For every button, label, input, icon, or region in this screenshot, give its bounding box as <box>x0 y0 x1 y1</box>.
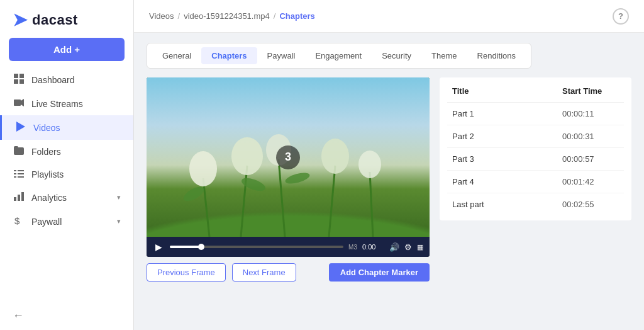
tab-theme[interactable]: Theme <box>421 47 467 64</box>
sidebar-item-label: Analytics <box>31 193 67 203</box>
progress-track[interactable] <box>170 246 343 248</box>
col-header-time: Start Time <box>562 86 619 96</box>
sidebar-item-live-streams[interactable]: Live Streams <box>0 92 133 115</box>
sidebar-item-dashboard[interactable]: Dashboard <box>0 67 133 92</box>
main-content: Videos / video-1591224351.mp4 / Chapters… <box>134 0 644 330</box>
chapters-table-header: Title Start Time <box>447 82 624 103</box>
tab-chapters[interactable]: Chapters <box>201 47 257 64</box>
sidebar-item-label: Dashboard <box>31 75 75 85</box>
sidebar-item-label: Playlists <box>31 169 64 179</box>
sidebar-item-label: Paywall <box>31 217 62 227</box>
breadcrumb-sep-1: / <box>178 11 180 21</box>
svg-rect-1 <box>19 74 24 78</box>
camera-icon <box>13 98 25 109</box>
progress-fill <box>170 246 201 248</box>
table-row: Part 4 00:01:42 <box>447 171 624 193</box>
add-chapter-marker-button[interactable]: Add Chapter Marker <box>329 263 430 282</box>
svg-text:$: $ <box>14 215 20 225</box>
svg-rect-14 <box>18 195 20 201</box>
tabs-bar: General Chapters Paywall Engagement Secu… <box>147 43 531 69</box>
sidebar-item-analytics[interactable]: Analytics ▾ <box>0 186 133 209</box>
breadcrumb-filename[interactable]: video-1591224351.mp4 <box>184 11 270 21</box>
folder-icon <box>13 146 25 157</box>
list-icon <box>13 169 25 179</box>
chapter-title: Part 4 <box>452 177 562 186</box>
sidebar-item-label: Videos <box>33 123 60 133</box>
logo-text: dacast <box>32 12 78 28</box>
table-row: Part 3 00:00:57 <box>447 148 624 171</box>
svg-rect-4 <box>14 100 21 106</box>
bar-chart-icon <box>13 192 25 203</box>
topbar: Videos / video-1591224351.mp4 / Chapters… <box>134 0 644 33</box>
breadcrumb-current: Chapters <box>279 11 314 21</box>
previous-frame-button[interactable]: Previous Frame <box>147 263 226 282</box>
chapters-table: Title Start Time Part 1 00:00:11 Part 2 … <box>440 77 631 220</box>
frame-buttons-bar: Previous Frame Next Frame Add Chapter Ma… <box>147 263 430 282</box>
sidebar-item-label: Live Streams <box>31 99 83 109</box>
fullscreen-icon[interactable]: ▦ <box>417 243 423 251</box>
tab-renditions[interactable]: Renditions <box>467 47 526 64</box>
video-container: 3 ▶ M3 0:00 🔊 ⚙ ▦ <box>147 77 430 257</box>
volume-range-label: M3 <box>348 244 357 251</box>
svg-rect-12 <box>18 176 24 178</box>
breadcrumb-videos[interactable]: Videos <box>149 11 174 21</box>
tab-general[interactable]: General <box>152 47 201 64</box>
sidebar-item-label: Folders <box>31 147 61 157</box>
sidebar-item-playlists[interactable]: Playlists <box>0 163 133 186</box>
video-chapters-row: 3 ▶ M3 0:00 🔊 ⚙ ▦ <box>147 77 631 282</box>
chapter-title: Last part <box>452 200 562 209</box>
chapter-badge: 3 <box>276 145 300 169</box>
tab-paywall[interactable]: Paywall <box>257 47 306 64</box>
chapter-start-time: 00:00:11 <box>562 109 619 118</box>
play-button[interactable]: ▶ <box>153 241 165 253</box>
grid-icon <box>13 74 25 86</box>
video-controls: ▶ M3 0:00 🔊 ⚙ ▦ <box>147 237 430 257</box>
breadcrumb-sep-2: / <box>274 11 276 21</box>
add-button[interactable]: Add + <box>9 38 125 61</box>
svg-rect-9 <box>14 173 16 174</box>
back-arrow[interactable]: ← <box>0 302 133 330</box>
play-icon <box>14 122 27 134</box>
breadcrumb: Videos / video-1591224351.mp4 / Chapters <box>149 11 315 21</box>
tab-security[interactable]: Security <box>372 47 421 64</box>
svg-rect-7 <box>14 170 16 171</box>
chapter-start-time: 00:02:55 <box>562 200 619 209</box>
logo-icon: ➤ <box>13 11 27 29</box>
next-frame-button[interactable]: Next Frame <box>232 263 296 282</box>
video-thumbnail: 3 <box>147 77 430 237</box>
table-row: Last part 00:02:55 <box>447 193 624 215</box>
chapter-title: Part 2 <box>452 132 562 141</box>
tab-engagement[interactable]: Engagement <box>305 47 372 64</box>
chevron-down-icon: ▾ <box>117 193 121 202</box>
svg-rect-10 <box>18 173 24 174</box>
time-display: 0:00 <box>362 243 384 251</box>
video-player-container: 3 ▶ M3 0:00 🔊 ⚙ ▦ <box>147 77 430 282</box>
chapter-start-time: 00:00:31 <box>562 132 619 141</box>
dollar-icon: $ <box>13 215 25 227</box>
sidebar-item-videos[interactable]: Videos <box>0 115 133 140</box>
svg-marker-5 <box>21 99 24 106</box>
svg-rect-13 <box>14 197 16 201</box>
chevron-down-icon: ▾ <box>117 217 121 225</box>
chapter-title: Part 1 <box>452 109 562 118</box>
sidebar-item-paywall[interactable]: $ Paywall ▾ <box>0 209 133 234</box>
table-row: Part 2 00:00:31 <box>447 125 624 148</box>
svg-rect-2 <box>14 79 18 84</box>
chapter-start-time: 00:01:42 <box>562 177 619 186</box>
volume-icon[interactable]: 🔊 <box>389 242 399 252</box>
content-area: General Chapters Paywall Engagement Secu… <box>134 33 644 330</box>
chapter-start-time: 00:00:57 <box>562 154 619 164</box>
svg-rect-11 <box>14 176 16 178</box>
settings-icon[interactable]: ⚙ <box>404 242 412 252</box>
table-row: Part 1 00:00:11 <box>447 103 624 125</box>
chapter-title: Part 3 <box>452 154 562 164</box>
logo-area: ➤ dacast <box>0 0 133 38</box>
svg-marker-6 <box>16 122 25 132</box>
help-button[interactable]: ? <box>613 8 629 25</box>
sidebar-item-folders[interactable]: Folders <box>0 140 133 163</box>
svg-rect-0 <box>14 74 18 78</box>
svg-rect-3 <box>19 79 24 84</box>
svg-rect-15 <box>21 192 24 201</box>
sidebar: ➤ dacast Add + Dashboard Live Streams Vi… <box>0 0 134 330</box>
progress-thumb <box>198 244 204 250</box>
